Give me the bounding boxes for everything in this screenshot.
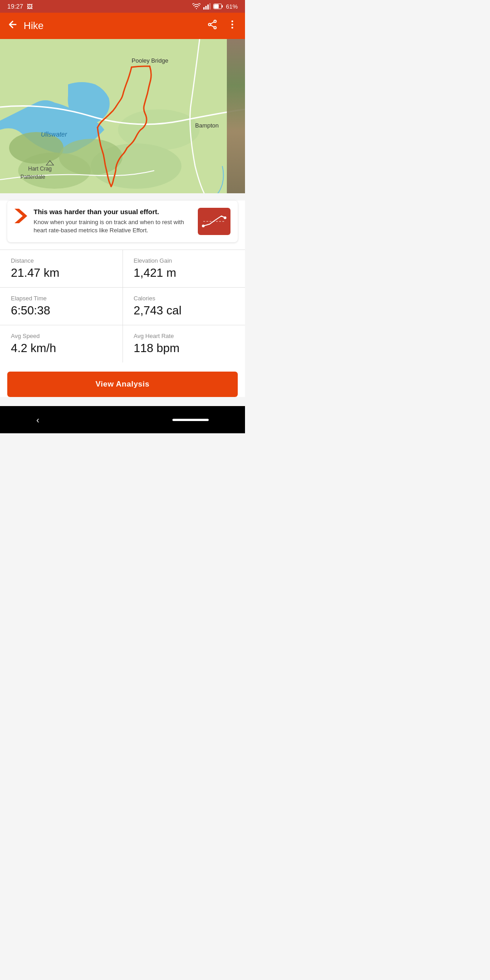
more-options-button[interactable] [227, 19, 238, 33]
svg-line-11 [211, 25, 214, 27]
metrics-grid: Distance 21.47 km Elevation Gain 1,421 m… [0, 250, 245, 363]
elapsed-time-cell: Elapsed Time 6:50:38 [0, 288, 123, 325]
avg-speed-cell: Avg Speed 4.2 km/h [0, 325, 123, 363]
elapsed-time-label: Elapsed Time [11, 295, 112, 302]
effort-description: Know when your training is on track and … [34, 218, 192, 235]
svg-text:Pooley Bridge: Pooley Bridge [132, 57, 168, 64]
avg-speed-value: 4.2 km/h [11, 341, 112, 355]
effort-card: This was harder than your usual effort. … [7, 201, 238, 242]
photo-thumbnail [227, 39, 245, 193]
map-container[interactable]: Pooley Bridge Ullswater Bampton Hart Cra… [0, 39, 245, 193]
svg-point-19 [59, 139, 122, 175]
avg-heart-rate-cell: Avg Heart Rate 118 bpm [123, 325, 245, 363]
metric-row-3: Avg Speed 4.2 km/h Avg Heart Rate 118 bp… [0, 325, 245, 363]
distance-label: Distance [11, 257, 112, 264]
toolbar: Hike [0, 13, 245, 39]
metric-row-1: Distance 21.47 km Elevation Gain 1,421 m [0, 250, 245, 287]
toolbar-left: Hike [7, 19, 44, 33]
svg-rect-3 [209, 3, 211, 10]
svg-text:Bampton: Bampton [195, 122, 219, 129]
system-back-button[interactable]: ‹ [36, 415, 39, 425]
avg-heart-rate-label: Avg Heart Rate [134, 333, 235, 339]
status-bar: 19:27 🖼 61% [0, 0, 245, 13]
share-button[interactable] [207, 19, 218, 33]
svg-point-30 [224, 216, 226, 219]
relative-effort-chart[interactable] [198, 208, 230, 235]
page-title: Hike [24, 20, 44, 32]
bottom-navigation-bar: ‹ [0, 406, 245, 433]
svg-rect-0 [203, 7, 205, 10]
metric-row-2: Elapsed Time 6:50:38 Calories 2,743 cal [0, 287, 245, 325]
svg-point-12 [231, 20, 233, 22]
svg-point-14 [231, 27, 233, 29]
svg-point-13 [231, 24, 233, 25]
svg-line-10 [211, 22, 214, 24]
wifi-icon [192, 3, 201, 10]
distance-cell: Distance 21.47 km [0, 250, 123, 287]
back-button[interactable] [7, 19, 18, 33]
svg-marker-27 [15, 209, 27, 223]
avg-speed-label: Avg Speed [11, 333, 112, 339]
elapsed-time-value: 6:50:38 [11, 304, 112, 318]
calories-label: Calories [134, 295, 235, 302]
status-left: 19:27 🖼 [7, 3, 33, 10]
svg-rect-6 [214, 5, 219, 9]
elevation-value: 1,421 m [134, 266, 235, 280]
calories-cell: Calories 2,743 cal [123, 288, 245, 325]
home-indicator[interactable] [172, 419, 209, 421]
elevation-label: Elevation Gain [134, 257, 235, 264]
status-time: 19:27 [7, 3, 23, 10]
signal-icon [203, 3, 211, 10]
svg-point-29 [202, 225, 205, 227]
view-analysis-button[interactable]: View Analysis [7, 372, 238, 397]
effort-chevron-icon [15, 209, 28, 227]
svg-rect-2 [207, 5, 209, 10]
svg-rect-1 [205, 6, 206, 10]
elevation-cell: Elevation Gain 1,421 m [123, 250, 245, 287]
avg-heart-rate-value: 118 bpm [134, 341, 235, 355]
effort-text: This was harder than your usual effort. … [34, 208, 192, 235]
effort-title: This was harder than your usual effort. [34, 208, 192, 216]
calories-value: 2,743 cal [134, 304, 235, 318]
svg-text:Hart Crag: Hart Crag [28, 166, 52, 172]
photo-icon: 🖼 [27, 3, 33, 10]
svg-rect-5 [221, 5, 223, 8]
toolbar-actions [207, 19, 238, 33]
battery-percentage: 61% [226, 3, 238, 10]
svg-text:Patterdale: Patterdale [20, 174, 45, 180]
stats-section: This was harder than your usual effort. … [0, 201, 245, 397]
battery-icon [213, 4, 223, 9]
distance-value: 21.47 km [11, 266, 112, 280]
status-right: 61% [192, 3, 238, 10]
svg-text:Ullswater: Ullswater [41, 131, 68, 138]
